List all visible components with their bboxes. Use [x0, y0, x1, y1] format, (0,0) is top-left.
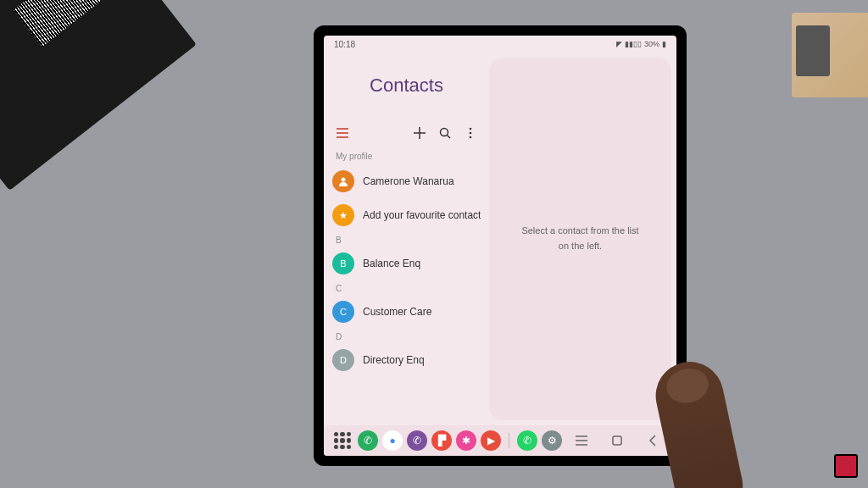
detail-panel: Select a contact from the list on the le…	[489, 58, 671, 420]
contact-directory[interactable]: D Directory Enq	[324, 343, 489, 377]
svg-point-3	[470, 136, 472, 139]
dock-messages[interactable]: ●	[382, 430, 403, 451]
dock-phone[interactable]: ✆	[358, 430, 378, 451]
menu-icon[interactable]	[336, 126, 349, 140]
hinge-decoration	[796, 25, 830, 76]
screen: 10:18 ◤ ▮▮▯▯ 30% ▮ Contacts	[324, 36, 676, 456]
nav-back[interactable]	[646, 434, 659, 447]
dock-settings[interactable]: ⚙	[542, 430, 562, 451]
device-frame: 10:18 ◤ ▮▮▯▯ 30% ▮ Contacts	[314, 25, 687, 466]
add-favourite[interactable]: ★ Add your favourite contacts	[324, 198, 489, 232]
dock-galaxy-store[interactable]: ✱	[456, 430, 476, 451]
alpha-header-b: B	[324, 232, 489, 247]
dock-apps: ✆ ● ✆ ▛ ✱ ▶ ✆ ⚙	[358, 430, 562, 451]
contact-name: Camerone Wanarua	[363, 175, 454, 187]
toolbar	[324, 126, 489, 148]
favourite-label: Add your favourite contacts	[363, 209, 481, 221]
more-icon[interactable]	[464, 126, 477, 140]
app-drawer-icon[interactable]	[334, 432, 351, 449]
barcode	[14, 0, 109, 47]
svg-point-4	[342, 178, 346, 182]
empty-state-text: Select a contact from the list on the le…	[521, 224, 638, 253]
wifi-icon: ◤	[616, 40, 622, 48]
contact-name: Customer Care	[363, 306, 431, 318]
alpha-header-c: C	[324, 280, 489, 295]
contact-list-panel: Contacts	[324, 53, 489, 425]
dock-youtube[interactable]: ▶	[481, 430, 501, 451]
contact-name: Balance Enq	[363, 258, 420, 269]
product-box: Galaxy Z Fold6	[0, 0, 197, 191]
contact-balance[interactable]: B Balance Enq	[324, 247, 489, 280]
signal-icon: ▮▮▯▯	[625, 40, 642, 48]
taskbar: ✆ ● ✆ ▛ ✱ ▶ ✆ ⚙	[324, 425, 676, 456]
contact-name: Directory Enq	[363, 354, 425, 366]
dock-whatsapp[interactable]: ✆	[517, 430, 537, 451]
status-time: 10:18	[334, 40, 355, 49]
profile-contact[interactable]: Camerone Wanarua	[324, 164, 489, 198]
status-bar: 10:18 ◤ ▮▮▯▯ 30% ▮	[324, 36, 676, 53]
star-icon: ★	[332, 204, 354, 226]
channel-logo	[834, 454, 858, 478]
dock-viber[interactable]: ✆	[407, 430, 427, 451]
app-title: Contacts	[324, 56, 489, 126]
finger	[649, 356, 748, 488]
nav-home[interactable]	[610, 434, 624, 447]
avatar: B	[332, 252, 354, 274]
contact-customer-care[interactable]: C Customer Care	[324, 295, 489, 329]
alpha-header-d: D	[324, 329, 489, 343]
avatar	[332, 170, 354, 192]
battery-text: 30%	[644, 40, 659, 48]
svg-point-2	[470, 132, 472, 135]
avatar: D	[332, 349, 354, 371]
add-icon[interactable]	[413, 126, 426, 140]
nav-recents[interactable]	[575, 434, 588, 447]
dock-divider	[509, 433, 509, 448]
status-right: ◤ ▮▮▯▯ 30% ▮	[616, 40, 666, 48]
avatar: C	[332, 301, 354, 323]
nav-buttons	[575, 434, 666, 447]
profile-section-label: My profile	[324, 148, 489, 164]
svg-point-1	[470, 128, 472, 130]
svg-point-0	[441, 129, 448, 136]
content-area: Contacts	[324, 53, 676, 425]
dock-flipboard[interactable]: ▛	[431, 430, 452, 451]
search-icon[interactable]	[438, 126, 452, 140]
svg-rect-5	[613, 436, 621, 445]
battery-icon: ▮	[662, 40, 666, 48]
